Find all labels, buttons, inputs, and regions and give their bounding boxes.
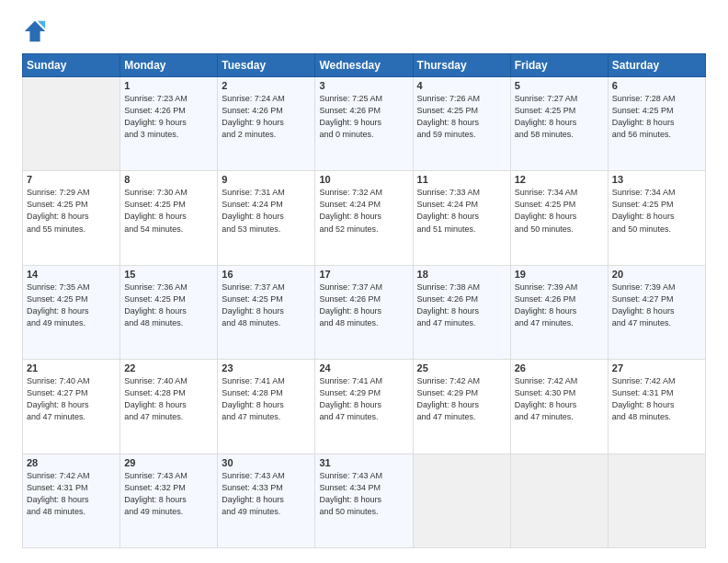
day-number: 21 — [27, 362, 116, 373]
calendar-week-4: 21Sunrise: 7:40 AM Sunset: 4:27 PM Dayli… — [23, 360, 706, 454]
day-number: 7 — [27, 174, 116, 185]
calendar-cell: 4Sunrise: 7:26 AM Sunset: 4:25 PM Daylig… — [413, 77, 510, 171]
calendar-body: 1Sunrise: 7:23 AM Sunset: 4:26 PM Daylig… — [23, 77, 706, 548]
logo — [22, 18, 51, 44]
day-info: Sunrise: 7:42 AM Sunset: 4:31 PM Dayligh… — [612, 375, 701, 423]
calendar-cell: 23Sunrise: 7:41 AM Sunset: 4:28 PM Dayli… — [218, 360, 315, 454]
day-number: 25 — [417, 362, 506, 373]
header-day-sunday: Sunday — [23, 54, 120, 77]
day-number: 17 — [319, 269, 408, 280]
calendar-cell: 31Sunrise: 7:43 AM Sunset: 4:34 PM Dayli… — [315, 454, 413, 547]
calendar-cell: 15Sunrise: 7:36 AM Sunset: 4:25 PM Dayli… — [120, 265, 218, 359]
calendar-cell: 13Sunrise: 7:34 AM Sunset: 4:25 PM Dayli… — [608, 171, 705, 265]
header-day-thursday: Thursday — [413, 54, 510, 77]
day-number: 28 — [27, 457, 116, 468]
calendar-week-3: 14Sunrise: 7:35 AM Sunset: 4:25 PM Dayli… — [23, 265, 706, 359]
calendar-cell: 26Sunrise: 7:42 AM Sunset: 4:30 PM Dayli… — [510, 360, 608, 454]
calendar-cell: 6Sunrise: 7:28 AM Sunset: 4:25 PM Daylig… — [608, 77, 705, 171]
day-info: Sunrise: 7:38 AM Sunset: 4:26 PM Dayligh… — [417, 282, 506, 329]
day-info: Sunrise: 7:33 AM Sunset: 4:24 PM Dayligh… — [417, 187, 506, 235]
day-number: 19 — [515, 269, 604, 280]
day-number: 11 — [417, 174, 506, 185]
day-number: 27 — [612, 362, 701, 373]
calendar-cell: 27Sunrise: 7:42 AM Sunset: 4:31 PM Dayli… — [608, 360, 705, 454]
day-info: Sunrise: 7:34 AM Sunset: 4:25 PM Dayligh… — [612, 187, 701, 235]
calendar-cell: 12Sunrise: 7:34 AM Sunset: 4:25 PM Dayli… — [510, 171, 608, 265]
calendar-cell: 17Sunrise: 7:37 AM Sunset: 4:26 PM Dayli… — [315, 265, 413, 359]
page: SundayMondayTuesdayWednesdayThursdayFrid… — [0, 0, 728, 563]
day-info: Sunrise: 7:37 AM Sunset: 4:25 PM Dayligh… — [222, 282, 311, 329]
day-number: 15 — [124, 269, 213, 280]
day-info: Sunrise: 7:28 AM Sunset: 4:25 PM Dayligh… — [612, 93, 701, 141]
header-day-wednesday: Wednesday — [315, 54, 413, 77]
calendar-week-1: 1Sunrise: 7:23 AM Sunset: 4:26 PM Daylig… — [23, 77, 706, 171]
calendar-cell: 16Sunrise: 7:37 AM Sunset: 4:25 PM Dayli… — [218, 265, 315, 359]
calendar-table: SundayMondayTuesdayWednesdayThursdayFrid… — [22, 53, 706, 548]
calendar-cell: 24Sunrise: 7:41 AM Sunset: 4:29 PM Dayli… — [315, 360, 413, 454]
day-number: 10 — [319, 174, 408, 185]
day-number: 23 — [222, 362, 311, 373]
day-number: 4 — [417, 80, 506, 91]
day-info: Sunrise: 7:25 AM Sunset: 4:26 PM Dayligh… — [319, 93, 408, 141]
day-info: Sunrise: 7:40 AM Sunset: 4:27 PM Dayligh… — [27, 375, 116, 423]
day-info: Sunrise: 7:34 AM Sunset: 4:25 PM Dayligh… — [515, 187, 604, 235]
day-info: Sunrise: 7:23 AM Sunset: 4:26 PM Dayligh… — [124, 93, 213, 141]
day-number: 30 — [222, 457, 311, 468]
day-number: 8 — [124, 174, 213, 185]
calendar-cell: 10Sunrise: 7:32 AM Sunset: 4:24 PM Dayli… — [315, 171, 413, 265]
day-info: Sunrise: 7:43 AM Sunset: 4:34 PM Dayligh… — [319, 470, 408, 518]
day-number: 26 — [515, 362, 604, 373]
day-info: Sunrise: 7:39 AM Sunset: 4:26 PM Dayligh… — [515, 282, 604, 329]
day-number: 13 — [612, 174, 701, 185]
calendar-cell: 29Sunrise: 7:43 AM Sunset: 4:32 PM Dayli… — [120, 454, 218, 547]
day-info: Sunrise: 7:30 AM Sunset: 4:25 PM Dayligh… — [124, 187, 213, 235]
calendar-cell: 20Sunrise: 7:39 AM Sunset: 4:27 PM Dayli… — [608, 265, 705, 359]
calendar-cell: 8Sunrise: 7:30 AM Sunset: 4:25 PM Daylig… — [120, 171, 218, 265]
header — [22, 18, 706, 44]
calendar-cell: 14Sunrise: 7:35 AM Sunset: 4:25 PM Dayli… — [23, 265, 120, 359]
calendar-cell: 11Sunrise: 7:33 AM Sunset: 4:24 PM Dayli… — [413, 171, 510, 265]
day-info: Sunrise: 7:41 AM Sunset: 4:28 PM Dayligh… — [222, 375, 311, 423]
calendar-cell: 2Sunrise: 7:24 AM Sunset: 4:26 PM Daylig… — [218, 77, 315, 171]
calendar-cell — [608, 454, 705, 547]
day-number: 1 — [124, 80, 213, 91]
day-info: Sunrise: 7:42 AM Sunset: 4:30 PM Dayligh… — [515, 375, 604, 423]
day-info: Sunrise: 7:39 AM Sunset: 4:27 PM Dayligh… — [612, 282, 701, 329]
calendar-cell: 3Sunrise: 7:25 AM Sunset: 4:26 PM Daylig… — [315, 77, 413, 171]
header-row: SundayMondayTuesdayWednesdayThursdayFrid… — [23, 54, 706, 77]
header-day-monday: Monday — [120, 54, 218, 77]
day-info: Sunrise: 7:31 AM Sunset: 4:24 PM Dayligh… — [222, 187, 311, 235]
day-number: 3 — [319, 80, 408, 91]
logo-icon — [22, 18, 48, 44]
day-info: Sunrise: 7:27 AM Sunset: 4:25 PM Dayligh… — [515, 93, 604, 141]
day-info: Sunrise: 7:26 AM Sunset: 4:25 PM Dayligh… — [417, 93, 506, 141]
calendar-cell: 19Sunrise: 7:39 AM Sunset: 4:26 PM Dayli… — [510, 265, 608, 359]
day-number: 12 — [515, 174, 604, 185]
calendar-cell: 18Sunrise: 7:38 AM Sunset: 4:26 PM Dayli… — [413, 265, 510, 359]
day-number: 16 — [222, 269, 311, 280]
calendar-cell: 5Sunrise: 7:27 AM Sunset: 4:25 PM Daylig… — [510, 77, 608, 171]
header-day-friday: Friday — [510, 54, 608, 77]
day-info: Sunrise: 7:29 AM Sunset: 4:25 PM Dayligh… — [27, 187, 116, 235]
header-day-saturday: Saturday — [608, 54, 705, 77]
calendar-cell: 1Sunrise: 7:23 AM Sunset: 4:26 PM Daylig… — [120, 77, 218, 171]
day-number: 5 — [515, 80, 604, 91]
day-number: 14 — [27, 269, 116, 280]
day-number: 29 — [124, 457, 213, 468]
calendar-cell: 22Sunrise: 7:40 AM Sunset: 4:28 PM Dayli… — [120, 360, 218, 454]
day-info: Sunrise: 7:37 AM Sunset: 4:26 PM Dayligh… — [319, 282, 408, 329]
calendar-cell: 7Sunrise: 7:29 AM Sunset: 4:25 PM Daylig… — [23, 171, 120, 265]
calendar-week-5: 28Sunrise: 7:42 AM Sunset: 4:31 PM Dayli… — [23, 454, 706, 547]
calendar-cell: 30Sunrise: 7:43 AM Sunset: 4:33 PM Dayli… — [218, 454, 315, 547]
day-number: 22 — [124, 362, 213, 373]
day-number: 20 — [612, 269, 701, 280]
calendar-cell — [413, 454, 510, 547]
day-number: 18 — [417, 269, 506, 280]
day-info: Sunrise: 7:40 AM Sunset: 4:28 PM Dayligh… — [124, 375, 213, 423]
day-number: 31 — [319, 457, 408, 468]
day-info: Sunrise: 7:42 AM Sunset: 4:31 PM Dayligh… — [27, 470, 116, 518]
day-info: Sunrise: 7:24 AM Sunset: 4:26 PM Dayligh… — [222, 93, 311, 141]
day-info: Sunrise: 7:42 AM Sunset: 4:29 PM Dayligh… — [417, 375, 506, 423]
calendar-week-2: 7Sunrise: 7:29 AM Sunset: 4:25 PM Daylig… — [23, 171, 706, 265]
calendar-cell: 21Sunrise: 7:40 AM Sunset: 4:27 PM Dayli… — [23, 360, 120, 454]
